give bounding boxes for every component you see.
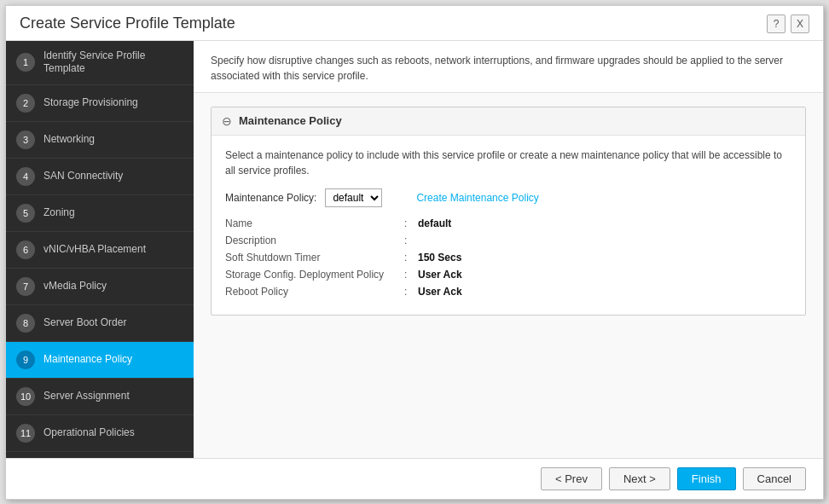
step-number: 5 bbox=[16, 204, 35, 223]
maintenance-policy-select[interactable]: default bbox=[325, 188, 382, 207]
sidebar-item-3[interactable]: 3Networking bbox=[6, 122, 194, 159]
details-colon: : bbox=[404, 286, 418, 298]
step-number: 2 bbox=[16, 94, 35, 113]
details-value: default bbox=[418, 217, 451, 229]
sidebar-item-10[interactable]: 10Server Assignment bbox=[6, 379, 194, 415]
finish-button[interactable]: Finish bbox=[677, 467, 736, 490]
sidebar-item-4[interactable]: 4SAN Connectivity bbox=[6, 159, 194, 195]
sidebar-item-11[interactable]: 11Operational Policies bbox=[6, 415, 194, 452]
step-number: 11 bbox=[16, 424, 35, 443]
sidebar-item-2[interactable]: 2Storage Provisioning bbox=[6, 85, 194, 122]
step-number: 10 bbox=[16, 387, 35, 406]
step-label: vNIC/vHBA Placement bbox=[43, 243, 146, 257]
close-button[interactable]: X bbox=[791, 14, 809, 33]
sidebar-item-9[interactable]: 9Maintenance Policy bbox=[6, 342, 194, 379]
dialog-header: Create Service Profile Template ? X bbox=[6, 6, 823, 41]
details-row: Soft Shutdown Timer:150 Secs bbox=[225, 252, 791, 264]
details-value: User Ack bbox=[418, 286, 462, 298]
details-colon: : bbox=[404, 269, 418, 281]
create-maintenance-policy-link[interactable]: Create Maintenance Policy bbox=[416, 192, 538, 204]
step-label: vMedia Policy bbox=[43, 280, 107, 293]
details-value: 150 Secs bbox=[418, 252, 461, 264]
sidebar-item-5[interactable]: 5Zoning bbox=[6, 195, 194, 232]
details-colon: : bbox=[404, 235, 418, 246]
step-number: 6 bbox=[16, 240, 35, 259]
section-body: Select a maintenance policy to include w… bbox=[212, 136, 805, 315]
step-label: Server Boot Order bbox=[43, 316, 126, 330]
policy-field-label: Maintenance Policy: bbox=[225, 192, 316, 204]
dialog-body: 1Identify Service Profile Template2Stora… bbox=[6, 41, 823, 458]
step-label: Networking bbox=[43, 133, 95, 147]
details-row: Storage Config. Deployment Policy:User A… bbox=[225, 269, 791, 281]
main-description: Specify how disruptive changes such as r… bbox=[194, 41, 823, 93]
dialog-footer: < Prev Next > Finish Cancel bbox=[6, 458, 823, 499]
step-number: 9 bbox=[16, 350, 35, 369]
details-row: Name:default bbox=[225, 217, 791, 229]
step-label: Maintenance Policy bbox=[43, 353, 132, 367]
main-panel: ⊖ Maintenance Policy Select a maintenanc… bbox=[194, 93, 823, 458]
step-label: Identify Service Profile Template bbox=[43, 49, 183, 76]
details-row: Description: bbox=[225, 235, 791, 246]
step-label: Zoning bbox=[43, 206, 75, 220]
details-key: Soft Shutdown Timer bbox=[225, 252, 404, 264]
main-content: Specify how disruptive changes such as r… bbox=[194, 41, 823, 458]
section-header: ⊖ Maintenance Policy bbox=[212, 107, 805, 136]
section-description: Select a maintenance policy to include w… bbox=[225, 148, 791, 178]
cancel-button[interactable]: Cancel bbox=[743, 467, 806, 490]
step-number: 1 bbox=[16, 53, 35, 72]
policy-selector-row: Maintenance Policy: default Create Maint… bbox=[225, 188, 791, 207]
details-key: Description bbox=[225, 235, 404, 246]
details-key: Name bbox=[225, 217, 404, 229]
create-service-profile-dialog: Create Service Profile Template ? X 1Ide… bbox=[5, 5, 824, 500]
step-label: Storage Provisioning bbox=[43, 96, 138, 110]
header-icons: ? X bbox=[767, 14, 809, 33]
step-label: SAN Connectivity bbox=[43, 170, 123, 183]
collapse-icon[interactable]: ⊖ bbox=[222, 114, 232, 128]
details-key: Reboot Policy bbox=[225, 286, 404, 298]
policy-details-table: Name:defaultDescription:Soft Shutdown Ti… bbox=[225, 217, 791, 298]
dialog-title: Create Service Profile Template bbox=[20, 14, 235, 32]
details-colon: : bbox=[404, 252, 418, 264]
details-value: User Ack bbox=[418, 269, 462, 281]
next-button[interactable]: Next > bbox=[609, 467, 670, 490]
step-number: 4 bbox=[16, 167, 35, 186]
sidebar-item-6[interactable]: 6vNIC/vHBA Placement bbox=[6, 232, 194, 269]
prev-button[interactable]: < Prev bbox=[541, 467, 602, 490]
step-label: Server Assignment bbox=[43, 390, 130, 403]
step-number: 7 bbox=[16, 277, 35, 296]
step-number: 8 bbox=[16, 314, 35, 333]
section-title: Maintenance Policy bbox=[239, 114, 342, 127]
details-key: Storage Config. Deployment Policy bbox=[225, 269, 404, 281]
sidebar-item-8[interactable]: 8Server Boot Order bbox=[6, 305, 194, 342]
maintenance-policy-section: ⊖ Maintenance Policy Select a maintenanc… bbox=[211, 107, 806, 316]
sidebar: 1Identify Service Profile Template2Stora… bbox=[6, 41, 194, 458]
step-number: 3 bbox=[16, 130, 35, 149]
step-label: Operational Policies bbox=[43, 426, 135, 440]
sidebar-item-7[interactable]: 7vMedia Policy bbox=[6, 269, 194, 305]
details-row: Reboot Policy:User Ack bbox=[225, 286, 791, 298]
help-button[interactable]: ? bbox=[767, 14, 786, 33]
details-colon: : bbox=[404, 217, 418, 229]
sidebar-item-1[interactable]: 1Identify Service Profile Template bbox=[6, 41, 194, 85]
